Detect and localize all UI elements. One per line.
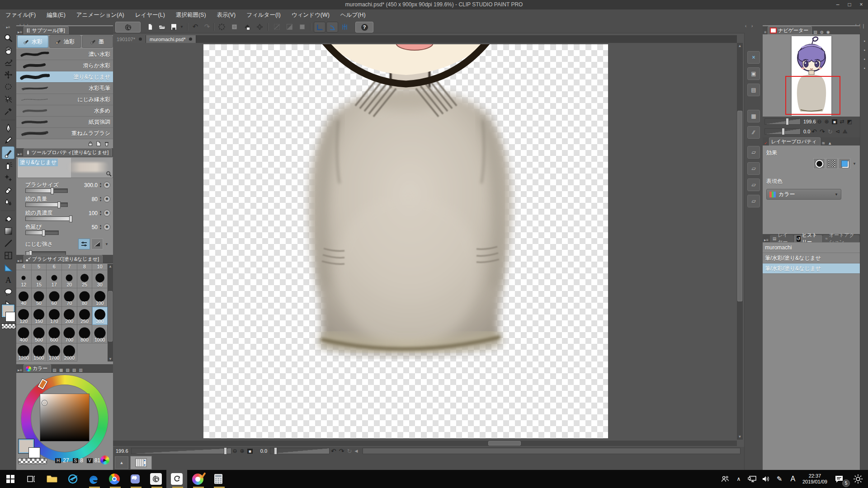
- history-item[interactable]: muromachi: [763, 243, 860, 253]
- delete-subtool-icon[interactable]: [104, 141, 109, 146]
- pencil-tool[interactable]: [2, 134, 14, 146]
- size-cell[interactable]: 17: [47, 270, 62, 288]
- canvas-tab-inactive[interactable]: 190107*: [113, 35, 146, 43]
- navigator-tab[interactable]: ナビゲーター: [768, 26, 812, 34]
- rotate-left-icon[interactable]: ↶: [331, 447, 336, 455]
- size-cell[interactable]: 2000: [62, 343, 77, 361]
- material-folder-icon[interactable]: ▱: [747, 162, 760, 175]
- stepper-icon[interactable]: ▲▼: [99, 210, 103, 216]
- material-tone-icon[interactable]: ▦: [747, 110, 760, 122]
- size-cell[interactable]: 4: [16, 264, 32, 270]
- brush-item[interactable]: にじみ縁水彩: [16, 94, 113, 105]
- color-slider-tab-icon[interactable]: ▤: [51, 368, 58, 372]
- clock[interactable]: 22:37 2019/01/09: [802, 473, 827, 485]
- menu-layer[interactable]: レイヤー(L): [130, 9, 170, 21]
- clip-studio-button[interactable]: [146, 470, 166, 488]
- save-dropdown-icon[interactable]: ▼: [179, 22, 184, 32]
- navigator-rotation-slider[interactable]: [764, 128, 801, 135]
- size-cell[interactable]: 15: [32, 270, 47, 288]
- file-explorer-button[interactable]: [42, 470, 62, 488]
- border-effect-icon[interactable]: [813, 158, 825, 169]
- tab-history[interactable]: ↺ ヒストリー: [794, 235, 822, 242]
- menu-help[interactable]: ヘルプ(H): [335, 9, 371, 21]
- panel-menu-icon[interactable]: ≡: [763, 30, 768, 34]
- gradient-tool[interactable]: [2, 225, 14, 237]
- pen-settings-icon[interactable]: ✎: [773, 470, 786, 488]
- navigator-zoom-out-icon[interactable]: ⊖: [817, 118, 822, 125]
- size-cell[interactable]: 50: [32, 288, 47, 306]
- brush-item[interactable]: 水多め: [16, 105, 113, 117]
- information-tab-icon[interactable]: ◍: [819, 30, 825, 34]
- start-button[interactable]: [0, 470, 21, 488]
- dynamics-icon[interactable]: ◉: [104, 224, 110, 230]
- brush-item[interactable]: 水彩毛筆: [16, 83, 113, 94]
- size-cell[interactable]: 250: [77, 307, 93, 325]
- size-cell[interactable]: 10: [92, 264, 108, 270]
- size-cell[interactable]: 6: [47, 264, 62, 270]
- rotation-slider[interactable]: [270, 448, 330, 454]
- size-cell[interactable]: 400: [16, 325, 32, 343]
- tool-property-tab[interactable]: ツールプロパティ[塗り&なじませ]: [24, 148, 113, 156]
- clip-studio-paint-button[interactable]: [166, 470, 187, 488]
- clip-studio-logo-button[interactable]: [115, 22, 141, 33]
- menu-animation[interactable]: アニメーション(A): [71, 9, 130, 21]
- collapsed-palette-icon[interactable]: ▪: [860, 46, 868, 55]
- transform-icon[interactable]: [254, 22, 265, 32]
- size-cell[interactable]: 40: [16, 288, 32, 306]
- tab-auto-action[interactable]: ≈オートアクション: [823, 235, 859, 242]
- size-cell[interactable]: 12: [16, 270, 32, 288]
- minimize-button[interactable]: –: [832, 0, 844, 9]
- effect-dropdown-icon[interactable]: ▼: [853, 162, 856, 166]
- redo-icon[interactable]: ↷: [202, 22, 212, 32]
- network-icon[interactable]: [745, 470, 759, 488]
- decoration-tool[interactable]: [2, 172, 14, 183]
- slider-value[interactable]: 50: [92, 224, 98, 230]
- slider-value[interactable]: 100: [89, 210, 98, 216]
- tab-ink[interactable]: 墨: [82, 35, 113, 48]
- canvas-viewport[interactable]: [113, 43, 737, 440]
- maximize-button[interactable]: □: [844, 0, 855, 9]
- collapsed-palette-icon[interactable]: ▪: [860, 37, 868, 46]
- fill-tool-icon[interactable]: [241, 22, 252, 32]
- text-tool[interactable]: A: [2, 274, 14, 286]
- panel-menu-icon[interactable]: ▸≡: [763, 238, 770, 242]
- size-cell[interactable]: 100: [92, 288, 108, 306]
- panel-menu-icon[interactable]: ▸≡: [16, 30, 24, 34]
- expression-color-dropdown[interactable]: カラー ▼: [766, 189, 841, 200]
- tone-tab-icon[interactable]: ▲: [826, 141, 833, 145]
- approx-color-tab-icon[interactable]: ▨: [71, 368, 78, 372]
- size-cell[interactable]: 60: [47, 288, 62, 306]
- expand-right-strip-icon[interactable]: ›: [751, 23, 753, 28]
- history-item[interactable]: 筆/水彩/塗り&なじませ: [763, 253, 860, 263]
- show-hidden-icons-chevron[interactable]: ∧: [732, 470, 745, 488]
- collapse-right-strip-icon[interactable]: ‹: [745, 23, 746, 28]
- tab-layer[interactable]: ▤レイヤー: [770, 235, 793, 242]
- internet-explorer-button[interactable]: e: [62, 470, 83, 488]
- panel-menu-icon[interactable]: ▸≡: [16, 258, 24, 263]
- blur-dropdown-icon[interactable]: ▼: [105, 242, 108, 246]
- slider-value[interactable]: 80: [92, 196, 98, 202]
- tone-effect-icon[interactable]: [826, 158, 838, 169]
- layer-color-icon[interactable]: [839, 158, 850, 169]
- transparent-color-well[interactable]: [18, 458, 47, 464]
- layer-move-tool[interactable]: [2, 56, 14, 68]
- slider-track[interactable]: [25, 202, 68, 207]
- collapsed-palette-icon[interactable]: ▪: [860, 64, 868, 73]
- figure-tool[interactable]: [2, 237, 14, 249]
- navigator-zoom-in-icon[interactable]: ⊕: [825, 118, 829, 125]
- size-cell[interactable]: 800: [77, 325, 93, 343]
- save-icon[interactable]: [168, 22, 179, 32]
- size-cell[interactable]: 20: [62, 270, 77, 288]
- subview-tab-icon[interactable]: ▨: [812, 30, 819, 34]
- ruler-tool[interactable]: [2, 262, 14, 273]
- blur-slider-mode-button[interactable]: [78, 239, 90, 249]
- volume-icon[interactable]: [759, 470, 773, 488]
- size-cell[interactable]: 600: [47, 325, 62, 343]
- chrome-button[interactable]: [104, 470, 125, 488]
- blur-curve-mode-button[interactable]: [91, 239, 103, 249]
- color-set-tab-icon[interactable]: ▦: [58, 368, 65, 372]
- size-cell[interactable]: 25: [77, 270, 93, 288]
- airbrush-tool[interactable]: [2, 160, 14, 171]
- menu-selection[interactable]: 選択範囲(S): [170, 9, 212, 21]
- deselect-icon[interactable]: [216, 22, 227, 32]
